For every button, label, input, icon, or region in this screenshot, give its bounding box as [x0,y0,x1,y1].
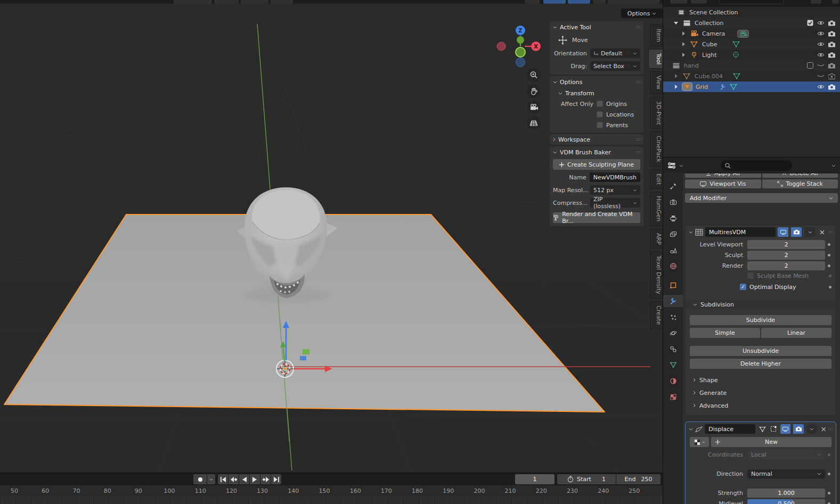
animate-dot[interactable] [825,492,833,494]
jump-to-start-button[interactable] [218,474,228,484]
vdm-name-input[interactable]: NewVDMBrush [590,172,640,182]
gizmo-axis-y-pos[interactable] [517,36,524,44]
add-modifier-dropdown[interactable]: Add Modifier [685,193,838,203]
subdivide-button[interactable]: Subdivide [690,315,831,325]
tab-view[interactable]: View [650,71,663,94]
chevron-down-icon[interactable] [689,231,693,234]
zoom-button[interactable] [527,68,541,82]
animate-dot[interactable] [825,265,833,267]
render-slider[interactable]: 2 [747,261,825,270]
camera-data-badge[interactable] [737,30,749,38]
disclosure-collapsed-icon[interactable] [671,74,681,78]
outliner-search-input[interactable] [719,0,784,4]
chevron-down-icon[interactable] [679,164,683,167]
next-keyframe-button[interactable] [260,474,271,484]
collection-exclude-checkbox[interactable] [805,20,815,26]
render-visibility-camera-icon[interactable] [826,31,837,37]
timeline-ruler[interactable]: 506070 8090100 110120130 140150160 17018… [0,485,663,497]
resolution-dropdown[interactable]: 512 px [590,185,640,195]
drag-dots-icon[interactable]: ∷∷ [636,137,640,142]
jump-to-end-button[interactable] [271,474,281,484]
filter-dropdown[interactable] [811,0,821,4]
pivot-point-dropdown[interactable] [214,0,239,4]
gizmo-plane-handle-green[interactable] [303,349,309,354]
render-visibility-camera-icon[interactable] [826,20,837,26]
eye-icon[interactable] [815,42,826,47]
outliner-row-grid[interactable]: Grid [663,81,840,92]
play-reverse-button[interactable] [239,474,249,484]
locations-checkbox[interactable] [597,111,603,118]
toggle-perspective-button[interactable] [527,116,541,130]
delete-all-button[interactable]: Delete All [762,173,838,178]
displace-edit-mode-toggle[interactable] [769,424,778,434]
displace-extras-dropdown[interactable] [807,424,817,434]
midlevel-slider[interactable]: 0.500 [747,499,825,504]
record-options-dropdown[interactable] [207,474,215,484]
prev-keyframe-button[interactable] [229,474,239,484]
generate-subpanel-header[interactable]: Generate [686,386,836,399]
eye-icon[interactable] [815,20,826,26]
drag-dots-icon[interactable]: ∷∷ [636,80,640,85]
advanced-subpanel-header[interactable]: Advanced [686,399,836,412]
render-visibility-camera-icon[interactable] [826,52,837,58]
snap-toggle[interactable] [241,0,268,4]
chevron-down-icon[interactable] [831,164,836,167]
tab-modifier-properties[interactable] [663,295,683,307]
outliner-row-scene-collection[interactable]: Scene Collection [663,7,840,18]
panel-header-vdm[interactable]: VDM Brush Baker ∷∷ [550,146,643,158]
viewport-vis-button[interactable]: Viewport Vis [685,179,761,188]
multires-render-toggle[interactable] [791,227,802,237]
linear-button[interactable]: Linear [761,328,831,338]
camera-view-button[interactable] [527,100,541,114]
texture-new-button[interactable]: New [711,437,831,447]
editor-type-dropdown[interactable] [670,0,687,4]
panel-header-workspace[interactable]: Workspace ∷∷ [550,134,643,145]
coordinates-dropdown[interactable]: Local [747,450,825,459]
unsubdivide-button[interactable]: Unsubdivide [690,346,831,356]
animate-dot[interactable] [825,254,833,257]
disclosure-collapsed-icon[interactable] [678,31,689,36]
outliner-row-light[interactable]: Light [663,49,840,60]
tab-object-data-properties[interactable] [663,359,683,371]
tab-scene-properties[interactable] [663,244,683,256]
frame-end-field[interactable]: End 250 [616,474,660,484]
shading-wireframe-button[interactable] [593,0,606,4]
toggle-stack-button[interactable]: Toggle Stack [762,179,838,188]
proportional-edit-toggle[interactable] [271,0,293,4]
viewport-options-button[interactable]: Options [621,9,663,18]
subpanel-header-transform[interactable]: Transform [550,88,643,98]
tab-tool-properties[interactable] [663,180,683,192]
current-frame-field[interactable]: 1 [515,474,554,484]
create-sculpting-plane-button[interactable]: Create Sculpting Plane [553,159,640,170]
tab-tool[interactable]: Tool [648,49,663,69]
record-button[interactable] [193,474,207,484]
render-disabled-camera-icon[interactable] [826,73,837,79]
eye-icon[interactable] [815,31,826,36]
tab-output-properties[interactable] [663,212,683,224]
gizmo-axis-y-neg[interactable] [516,47,525,57]
tab-texture-properties[interactable] [663,391,683,403]
sculpt-base-mesh-checkbox[interactable] [747,272,754,279]
displace-name-field[interactable]: Displace [705,424,755,434]
properties-editor-icon[interactable] [667,162,676,169]
play-button[interactable] [250,474,260,484]
tab-particle-properties[interactable] [663,311,683,323]
outliner-row-cube-004[interactable]: Cube.004 [663,71,840,81]
eye-closed-icon[interactable] [815,74,826,78]
tab-object-properties[interactable] [663,279,683,291]
remove-modifier-icon[interactable] [820,230,825,235]
tab-edit[interactable]: Edit [650,169,663,189]
gizmo-axis-z-neg[interactable] [516,58,525,67]
transform-orientation-dropdown[interactable]: Normal [174,0,212,4]
animate-dot[interactable] [826,286,834,288]
shape-subpanel-header[interactable]: Shape [686,374,836,386]
render-visibility-camera-icon[interactable] [826,63,837,69]
animate-dot[interactable] [825,502,833,504]
strength-slider[interactable]: 1.000 [747,489,825,498]
tab-3d-print[interactable]: 3D-Print [650,97,663,129]
tab-material-properties[interactable] [663,375,683,387]
outliner-row-cube[interactable]: Cube [663,39,840,49]
chevron-down-icon[interactable] [689,428,693,431]
origins-checkbox[interactable] [597,101,603,107]
disclosure-collapsed-icon[interactable] [678,53,689,57]
